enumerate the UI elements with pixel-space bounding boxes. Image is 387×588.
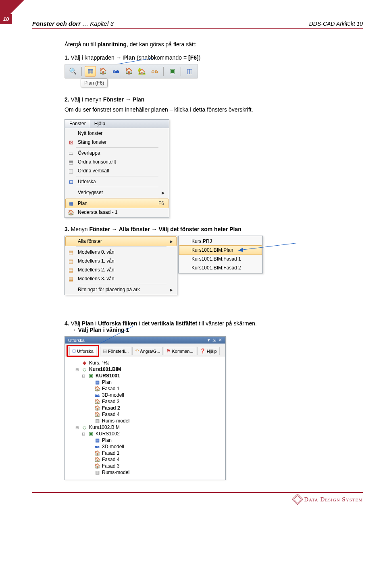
toolbar-house3-icon[interactable]: 🏠 (123, 66, 135, 77)
tree-node-icon: ◇ (81, 366, 87, 372)
tree-row[interactable]: ⊟◇Kurs1002.BIM (68, 424, 224, 431)
menu-item[interactable]: Kurs1001.BIM:Fasad 1 (179, 255, 262, 263)
toolbar-search-icon[interactable]: 🔍 (67, 66, 79, 77)
submenu-arrow-icon: ▶ (170, 239, 175, 244)
toolbar-layers-icon[interactable]: ▣ (166, 66, 178, 77)
tree-row[interactable]: ⊟◇Kurs1001.BIM (68, 366, 224, 373)
tab-highlight: ⊟Utforska (67, 345, 99, 357)
tree-row[interactable]: 🏠Fasad 2 (68, 405, 224, 411)
step-3: 3. Menyn Fönster → Alla fönster → Välj d… (64, 226, 363, 232)
tree-row[interactable]: 🏠Fasad 1 (68, 385, 224, 392)
menu-item-label: Kurs1001.BIM:Plan (191, 247, 260, 253)
menu-item[interactable]: Verktygsset▶ (66, 188, 168, 197)
tree-toggle-icon[interactable]: ⊟ (75, 425, 79, 430)
tree-node-label: Kurs.PRJ (89, 360, 110, 366)
menu-item-icon (67, 189, 75, 196)
toolbar-window-icon[interactable]: ◫ (184, 66, 195, 77)
menu-item[interactable]: ⬒Ordna horisontellt (66, 157, 168, 166)
tree-row[interactable]: ⊟▣KURS1002 (68, 431, 224, 437)
menu-item-label: Ordna horisontellt (78, 159, 166, 165)
tree-row[interactable]: 🏠Fasad 3 (68, 398, 224, 405)
page-number-badge: 10 (0, 14, 12, 24)
tree-toggle-icon[interactable]: ⊟ (75, 367, 79, 372)
tab-fonsterli[interactable]: ▤Fönsterli... (100, 347, 131, 355)
menu-item[interactable]: 🏠Nedersta fasad - 1 (66, 208, 168, 217)
menubar-fonster[interactable]: Fönster (65, 119, 90, 128)
menu-item[interactable]: Nytt fönster (66, 129, 168, 138)
explorer-tabs: ⊟Utforska ▤Fönsterli... ↶Ångra/G... ⚑Kom… (65, 344, 225, 357)
tree-row[interactable]: 🏠Fasad 4 (68, 411, 224, 418)
menubar-hjalp[interactable]: Hjälp (90, 120, 109, 128)
tab-komman[interactable]: ⚑Komman... (164, 347, 196, 355)
tree-icon: ⊟ (72, 348, 76, 354)
toolbar-separator (181, 67, 181, 76)
pin-icon[interactable]: ▾ (208, 337, 210, 343)
tab-utforska[interactable]: ⊟Utforska (69, 347, 96, 355)
menu-item-label: Utforska (78, 179, 166, 184)
undo-icon: ↶ (135, 348, 139, 354)
tree-node-label: Fasad 3 (102, 399, 119, 404)
menu-item[interactable]: ▤Modellens 0. vån. (66, 248, 176, 257)
tree-node-label: Rums-modell (102, 470, 131, 475)
menu-item[interactable]: Kurs1001.BIM:Plan (179, 245, 262, 255)
page-footer: Data Design System (32, 492, 363, 505)
cascade-menu-screenshot: Alla fönster▶▤Modellens 0. vån.▤Modellen… (64, 236, 177, 312)
close-icon[interactable]: ✕ (218, 337, 222, 343)
menu-item[interactable]: ◫Ordna vertikalt (66, 166, 168, 175)
menu-bar: Fönster Hjälp (65, 120, 169, 128)
menu-item[interactable]: ▤Modellens 2. vån. (66, 265, 176, 274)
cascade-left-menu: Alla fönster▶▤Modellens 0. vån.▤Modellen… (64, 236, 177, 295)
menu-item-icon (181, 247, 188, 253)
toolbar-plan-button[interactable]: ▦ (85, 66, 96, 77)
menu-item[interactable]: ▦PlanF6 (65, 199, 169, 208)
toolbar-house2-icon[interactable]: 🏘 (110, 66, 122, 77)
tree-toggle-icon[interactable]: ⊟ (81, 432, 86, 436)
menu-item[interactable]: ▤Modellens 3. vån. (66, 274, 176, 283)
flag-icon: ⚑ (166, 348, 171, 354)
tree-row[interactable]: ▥Rums-modell (68, 418, 224, 424)
tree-toggle-icon[interactable]: ⊟ (81, 374, 86, 378)
list-icon: ▤ (103, 348, 107, 354)
menu-item-icon: ▤ (67, 249, 75, 255)
menu-item[interactable]: ⊟Utforska (66, 177, 168, 186)
tree-row[interactable]: ▦Plan (68, 379, 224, 385)
tree-row[interactable]: 🏠Fasad 3 (68, 463, 224, 469)
menu-item[interactable]: ⊠Stäng fönster (66, 138, 168, 147)
menu-item[interactable]: Ritningar för placering på ark▶ (66, 285, 176, 294)
pushpin-icon[interactable]: ⇲ (212, 337, 216, 343)
tree-row[interactable]: 🏠Fasad 1 (68, 450, 224, 456)
menu-item[interactable]: Kurs1001.BIM:Fasad 2 (179, 263, 262, 272)
menu-item-label: Ritningar för placering på ark (78, 287, 166, 292)
menu-item[interactable]: Kurs.PRJ (179, 237, 262, 246)
tree-row[interactable]: ▦Plan (68, 437, 224, 443)
tree-node-label: Kurs1002.BIM (89, 424, 120, 430)
tree-row[interactable]: ▥Rums-modell (68, 469, 224, 476)
tab-angra[interactable]: ↶Ångra/G... (132, 347, 163, 355)
tree-node-icon: 🏘 (94, 444, 100, 449)
tree-node-label: 3D-modell (102, 444, 124, 449)
tree-node-icon: ▣ (87, 373, 94, 379)
menu-item-label: Nytt fönster (78, 130, 166, 136)
menu-item[interactable]: Alla fönster▶ (65, 236, 177, 246)
explorer-title-text: Utforska (68, 338, 85, 343)
menu-item[interactable]: ▤Modellens 1. vån. (66, 257, 176, 265)
tree-row[interactable]: ◆Kurs.PRJ (68, 360, 224, 366)
menu-item-icon: 🏠 (67, 209, 75, 215)
menu-item-icon: ⊠ (67, 139, 75, 145)
toolbar-house1-icon[interactable]: 🏠 (98, 66, 109, 77)
tab-hjalp[interactable]: ❓Hjälp (197, 347, 220, 355)
tree-row[interactable]: 🏠Fasad 4 (68, 456, 224, 463)
tree-row[interactable]: 🏘3D-modell (68, 392, 224, 398)
cascade-right-menu: Kurs.PRJKurs1001.BIM:PlanKurs1001.BIM:Fa… (178, 236, 263, 273)
toolbar-house5-icon[interactable]: 🏘 (149, 66, 160, 77)
header-right: DDS-CAD Arkitekt 10 (309, 21, 363, 27)
menu-item-label: Kurs.PRJ (191, 238, 260, 244)
header-title-rest: … Kapitel 3 (81, 20, 114, 27)
tree-row[interactable]: 🏘3D-modell (68, 443, 224, 450)
menu-item-icon (181, 265, 188, 271)
menu-item[interactable]: ▭Överlappa (66, 149, 168, 157)
menu-item-icon: ▭ (67, 150, 75, 156)
tree-row[interactable]: ⊟▣KURS1001 (68, 373, 224, 379)
toolbar-house4-icon[interactable]: 🏡 (136, 66, 148, 77)
menu-item-icon (67, 130, 75, 137)
